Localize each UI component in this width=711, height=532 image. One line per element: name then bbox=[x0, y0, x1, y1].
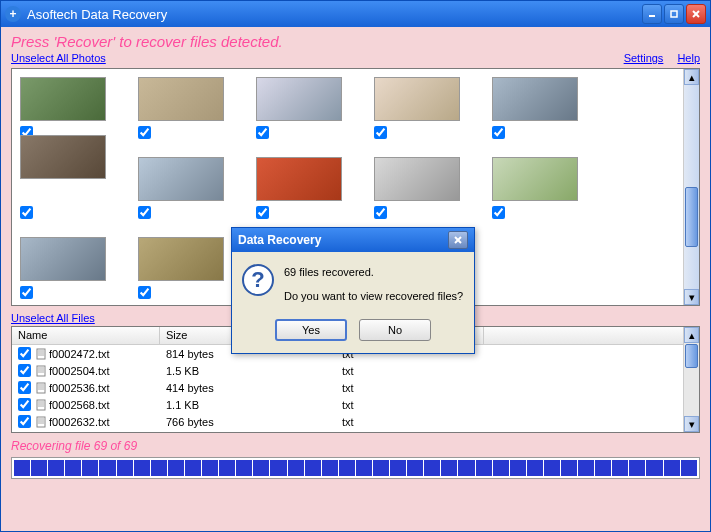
photo-item[interactable] bbox=[20, 77, 106, 121]
photo-checkbox[interactable] bbox=[20, 286, 33, 299]
progress-segment bbox=[681, 460, 697, 476]
dialog-close-button[interactable] bbox=[448, 231, 468, 249]
photo-thumbnail bbox=[256, 157, 342, 201]
file-ext: txt bbox=[336, 416, 484, 428]
scroll-down-icon[interactable]: ▾ bbox=[684, 416, 699, 432]
progress-segment bbox=[305, 460, 321, 476]
file-size: 1.5 KB bbox=[160, 365, 336, 377]
progress-segment bbox=[407, 460, 423, 476]
window-buttons bbox=[642, 4, 706, 24]
file-name: f0002536.txt bbox=[49, 382, 110, 394]
file-ext: txt bbox=[336, 365, 484, 377]
progress-segment bbox=[151, 460, 167, 476]
progress-segment bbox=[664, 460, 680, 476]
scroll-up-icon[interactable]: ▴ bbox=[684, 327, 699, 343]
status-text: Recovering file 69 of 69 bbox=[11, 439, 700, 453]
photo-thumbnail bbox=[138, 157, 224, 201]
progress-segment bbox=[356, 460, 372, 476]
file-checkbox[interactable] bbox=[18, 381, 31, 394]
help-link[interactable]: Help bbox=[677, 52, 700, 64]
progress-segment bbox=[236, 460, 252, 476]
photo-checkbox[interactable] bbox=[138, 206, 151, 219]
unselect-files-link[interactable]: Unselect All Files bbox=[11, 312, 95, 324]
photo-item[interactable] bbox=[138, 77, 224, 121]
photo-item[interactable] bbox=[20, 237, 106, 281]
question-icon: ? bbox=[242, 264, 274, 296]
photo-checkbox[interactable] bbox=[256, 126, 269, 139]
file-checkbox[interactable] bbox=[18, 347, 31, 360]
progress-segment bbox=[629, 460, 645, 476]
progress-bar bbox=[11, 457, 700, 479]
content-area: Press 'Recover' to recover files detecte… bbox=[1, 27, 710, 531]
file-checkbox[interactable] bbox=[18, 398, 31, 411]
progress-segment bbox=[339, 460, 355, 476]
photo-checkbox[interactable] bbox=[492, 126, 505, 139]
progress-segment bbox=[373, 460, 389, 476]
photo-item[interactable] bbox=[256, 77, 342, 121]
photo-checkbox[interactable] bbox=[374, 206, 387, 219]
progress-segment bbox=[288, 460, 304, 476]
progress-segment bbox=[185, 460, 201, 476]
progress-segment bbox=[441, 460, 457, 476]
file-name: f0002472.txt bbox=[49, 348, 110, 360]
photo-item[interactable] bbox=[492, 77, 578, 121]
scrollbar-thumb[interactable] bbox=[685, 187, 698, 247]
top-links: Unselect All Photos Settings Help bbox=[11, 52, 700, 64]
photo-item[interactable] bbox=[492, 157, 578, 201]
photo-checkbox[interactable] bbox=[256, 206, 269, 219]
photo-checkbox[interactable] bbox=[374, 126, 387, 139]
photo-checkbox[interactable] bbox=[20, 206, 33, 219]
progress-segment bbox=[270, 460, 286, 476]
progress-segment bbox=[390, 460, 406, 476]
file-ext: txt bbox=[336, 399, 484, 411]
close-button[interactable] bbox=[686, 4, 706, 24]
file-size: 1.1 KB bbox=[160, 399, 336, 411]
progress-segment bbox=[561, 460, 577, 476]
file-name: f0002568.txt bbox=[49, 399, 110, 411]
file-icon bbox=[35, 348, 47, 360]
photo-thumbnail bbox=[20, 135, 106, 179]
photo-checkbox[interactable] bbox=[138, 286, 151, 299]
scroll-down-icon[interactable]: ▾ bbox=[684, 289, 699, 305]
settings-link[interactable]: Settings bbox=[624, 52, 664, 64]
file-name: f0002504.txt bbox=[49, 365, 110, 377]
file-checkbox[interactable] bbox=[18, 364, 31, 377]
photo-item[interactable] bbox=[20, 135, 106, 201]
photo-thumbnail bbox=[20, 77, 106, 121]
photo-item[interactable] bbox=[138, 237, 224, 281]
photo-thumbnail bbox=[20, 237, 106, 281]
photo-item[interactable] bbox=[374, 157, 460, 201]
file-row[interactable]: f0002568.txt1.1 KBtxt bbox=[12, 396, 699, 413]
svg-rect-1 bbox=[671, 11, 677, 17]
photo-thumbnail bbox=[256, 77, 342, 121]
minimize-button[interactable] bbox=[642, 4, 662, 24]
column-name[interactable]: Name bbox=[12, 327, 160, 344]
progress-segment bbox=[612, 460, 628, 476]
photo-checkbox[interactable] bbox=[492, 206, 505, 219]
app-title: Asoftech Data Recovery bbox=[27, 7, 642, 22]
file-checkbox[interactable] bbox=[18, 415, 31, 428]
file-scrollbar[interactable]: ▴ ▾ bbox=[683, 327, 699, 432]
file-row[interactable]: f0002632.txt766 bytestxt bbox=[12, 413, 699, 430]
dialog-title: Data Recovery bbox=[238, 233, 448, 247]
photo-item[interactable] bbox=[138, 157, 224, 201]
scroll-up-icon[interactable]: ▴ bbox=[684, 69, 699, 85]
file-icon bbox=[35, 365, 47, 377]
photo-scrollbar[interactable]: ▴ ▾ bbox=[683, 69, 699, 305]
photo-item[interactable] bbox=[256, 157, 342, 201]
file-row[interactable]: f0002504.txt1.5 KBtxt bbox=[12, 362, 699, 379]
progress-segment bbox=[14, 460, 30, 476]
maximize-button[interactable] bbox=[664, 4, 684, 24]
unselect-photos-link[interactable]: Unselect All Photos bbox=[11, 52, 106, 64]
scrollbar-thumb[interactable] bbox=[685, 344, 698, 368]
photo-thumbnail bbox=[138, 237, 224, 281]
photo-checkbox[interactable] bbox=[138, 126, 151, 139]
file-row[interactable]: f0002536.txt414 bytestxt bbox=[12, 379, 699, 396]
progress-segment bbox=[48, 460, 64, 476]
progress-segment bbox=[117, 460, 133, 476]
no-button[interactable]: No bbox=[359, 319, 431, 341]
file-ext: txt bbox=[336, 382, 484, 394]
photo-item[interactable] bbox=[374, 77, 460, 121]
progress-segment bbox=[219, 460, 235, 476]
yes-button[interactable]: Yes bbox=[275, 319, 347, 341]
